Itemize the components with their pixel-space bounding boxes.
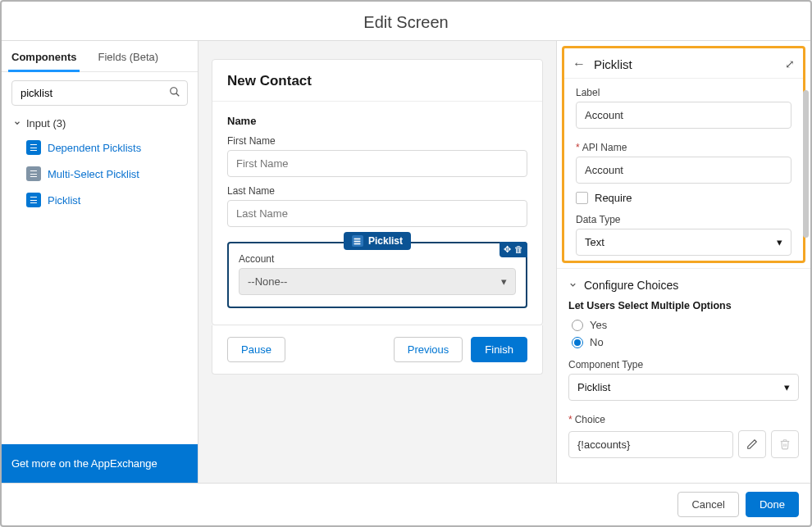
component-type-label: Component Type bbox=[568, 359, 799, 370]
scrollbar[interactable] bbox=[803, 90, 809, 238]
group-input[interactable]: Input (3) bbox=[2, 114, 198, 133]
page-title: Edit Screen bbox=[2, 2, 810, 41]
finish-button[interactable]: Finish bbox=[471, 337, 527, 362]
properties-panel: ← Picklist ⤢ Label API Name bbox=[556, 41, 810, 483]
label-label: Label bbox=[576, 87, 791, 98]
caret-down-icon: ▾ bbox=[784, 381, 790, 393]
configure-choices-section[interactable]: Configure Choices bbox=[557, 268, 810, 297]
label-input[interactable] bbox=[576, 102, 791, 129]
sidebar-item-label: Picklist bbox=[48, 194, 80, 207]
pause-button[interactable]: Pause bbox=[227, 337, 285, 362]
move-icon[interactable]: ✥ bbox=[504, 244, 511, 255]
choice-input[interactable] bbox=[568, 431, 733, 458]
sidebar-item-dependent-picklists[interactable]: ☰ Dependent Picklists bbox=[2, 134, 198, 161]
radio-icon bbox=[572, 320, 583, 331]
appexchange-cta[interactable]: Get more on the AppExchange bbox=[2, 444, 198, 483]
caret-down-icon: ▾ bbox=[501, 275, 507, 288]
configure-choices-label: Configure Choices bbox=[584, 279, 678, 292]
tab-fields[interactable]: Fields (Beta) bbox=[94, 41, 162, 71]
svg-point-0 bbox=[171, 88, 177, 94]
tab-components[interactable]: Components bbox=[8, 41, 80, 71]
previous-button[interactable]: Previous bbox=[394, 337, 463, 362]
require-label: Require bbox=[595, 192, 632, 204]
chevron-down-icon bbox=[13, 117, 21, 129]
svg-line-1 bbox=[176, 93, 180, 97]
data-type-select[interactable]: Text ▾ bbox=[576, 229, 791, 256]
require-checkbox[interactable] bbox=[576, 192, 588, 204]
multiselect-label: Let Users Select Multiple Options bbox=[557, 297, 810, 316]
component-type-select[interactable]: Picklist ▾ bbox=[568, 374, 799, 401]
api-name-label: API Name bbox=[576, 142, 791, 153]
multiselect-yes[interactable]: Yes bbox=[557, 316, 810, 334]
caret-down-icon: ▾ bbox=[777, 236, 782, 248]
sidebar-item-label: Multi-Select Picklist bbox=[48, 168, 139, 180]
multiselect-icon: ☰ bbox=[26, 166, 41, 181]
edit-choice-button[interactable] bbox=[738, 430, 766, 458]
sidebar-item-label: Dependent Picklists bbox=[48, 142, 141, 154]
search-input-wrap[interactable] bbox=[11, 80, 188, 106]
sidebar-item-multiselect-picklist[interactable]: ☰ Multi-Select Picklist bbox=[2, 161, 198, 187]
first-name-label: First Name bbox=[227, 135, 527, 147]
screen-canvas: New Contact Name First Name Last Name ☰ … bbox=[198, 41, 556, 483]
delete-choice-button bbox=[771, 430, 799, 458]
api-name-input[interactable] bbox=[576, 157, 791, 184]
search-input[interactable] bbox=[19, 84, 169, 102]
account-value: --None-- bbox=[248, 275, 287, 288]
last-name-field[interactable] bbox=[227, 200, 527, 227]
name-section-label: Name bbox=[227, 115, 527, 127]
panel-title: Picklist bbox=[594, 57, 632, 71]
picklist-icon: ☰ bbox=[26, 193, 41, 207]
component-tag: ☰ Picklist bbox=[344, 232, 411, 250]
data-type-label: Data Type bbox=[576, 214, 791, 225]
picklist-icon: ☰ bbox=[352, 235, 363, 247]
data-type-value: Text bbox=[585, 236, 604, 248]
done-button[interactable]: Done bbox=[746, 492, 799, 517]
components-sidebar: Components Fields (Beta) Input (3) bbox=[2, 41, 198, 483]
screen-title: New Contact bbox=[212, 60, 542, 102]
cancel-button[interactable]: Cancel bbox=[677, 492, 738, 517]
first-name-field[interactable] bbox=[227, 150, 527, 177]
last-name-label: Last Name bbox=[227, 185, 527, 197]
group-label: Input (3) bbox=[26, 117, 66, 129]
delete-icon[interactable]: 🗑 bbox=[514, 244, 523, 255]
account-picklist[interactable]: --None-- ▾ bbox=[239, 268, 516, 295]
choice-label: Choice bbox=[568, 414, 799, 425]
component-type-value: Picklist bbox=[577, 381, 610, 393]
picklist-icon: ☰ bbox=[26, 140, 41, 155]
search-icon bbox=[169, 86, 180, 100]
sidebar-item-picklist[interactable]: ☰ Picklist bbox=[2, 187, 198, 213]
back-icon[interactable]: ← bbox=[573, 57, 586, 71]
require-checkbox-row[interactable]: Require bbox=[564, 189, 803, 206]
multiselect-no[interactable]: No bbox=[557, 334, 810, 351]
picklist-component[interactable]: ☰ Picklist ✥ 🗑 Account --None-- ▾ bbox=[227, 242, 527, 308]
expand-icon[interactable]: ⤢ bbox=[785, 57, 795, 70]
account-field-label: Account bbox=[239, 253, 516, 265]
radio-selected-icon bbox=[572, 337, 583, 348]
chevron-down-icon bbox=[568, 279, 577, 292]
